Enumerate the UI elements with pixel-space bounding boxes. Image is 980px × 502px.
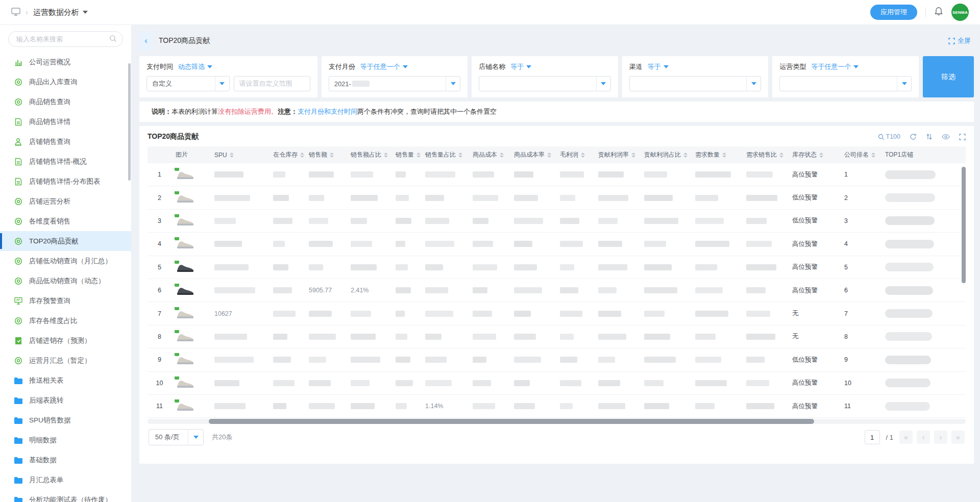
sidebar-item[interactable]: 商品销售查询	[0, 92, 131, 112]
sidebar-item[interactable]: 商品销售详情	[0, 112, 131, 132]
sidebar-item[interactable]: 商品出入库查询	[0, 72, 131, 92]
sort-arrows-icon[interactable]	[230, 153, 234, 158]
sort-arrows-icon[interactable]	[500, 153, 504, 158]
sidebar-item[interactable]: 店铺销售详情-分布图表	[0, 171, 131, 191]
sort-arrows-icon[interactable]	[581, 153, 585, 158]
sidebar-item[interactable]: TOP20商品贡献	[0, 231, 131, 251]
sort-icon[interactable]	[926, 133, 933, 140]
sidebar-item[interactable]: 店铺低动销查询（月汇总）	[0, 251, 131, 271]
sidebar-item[interactable]: 基础数据	[0, 450, 131, 470]
filter-operator[interactable]: 等于任意一个	[811, 62, 859, 71]
note-link-blue[interactable]: 支付月份和支付时间	[298, 108, 357, 115]
column-header[interactable]: 毛利润	[556, 146, 594, 163]
filter-select[interactable]: 2021-	[329, 76, 461, 91]
table-row[interactable]: 4 高位预警4	[148, 233, 966, 256]
sort-arrows-icon[interactable]	[416, 153, 421, 158]
column-header[interactable]: SPU	[210, 146, 269, 163]
refresh-icon[interactable]	[910, 133, 917, 140]
column-header[interactable]: 销售额	[305, 146, 347, 163]
sort-arrows-icon[interactable]	[722, 153, 726, 158]
column-header[interactable]: 销售额占比	[347, 146, 391, 163]
table-search-t100-button[interactable]: T100	[878, 133, 901, 140]
product-image[interactable]	[176, 191, 195, 205]
back-button[interactable]: ‹	[139, 32, 153, 50]
sidebar-item[interactable]: 推送相关表	[0, 370, 131, 390]
sidebar-item[interactable]: 库存各维度占比	[0, 311, 131, 331]
sidebar-item[interactable]: 店铺运营分析	[0, 191, 131, 211]
table-row[interactable]: 5 高位预警5	[148, 256, 966, 279]
table-row[interactable]: 2 低位预警2	[148, 186, 966, 209]
table-row[interactable]: 1 高位预警1	[148, 163, 966, 186]
filter-text-input[interactable]: 请设置自定义范围	[234, 76, 310, 91]
app-manage-button[interactable]: 应用管理	[870, 5, 917, 20]
page-size-select[interactable]: 50 条/页	[149, 429, 204, 445]
column-header[interactable]: 库存状态	[788, 146, 840, 163]
search-icon[interactable]	[109, 35, 117, 44]
last-page-button[interactable]: »	[951, 431, 965, 444]
sort-arrows-icon[interactable]	[779, 153, 783, 158]
table-row[interactable]: 9 低位预警9	[148, 348, 966, 371]
column-header[interactable]: 贡献利润率	[594, 146, 640, 163]
product-image[interactable]	[176, 376, 195, 390]
product-image[interactable]	[176, 330, 195, 343]
product-image[interactable]	[176, 168, 195, 181]
table-row[interactable]: 6 5905.772.41%高位预警6	[148, 279, 966, 302]
filter-operator[interactable]: 等于任意一个	[360, 62, 408, 71]
search-input[interactable]	[8, 31, 123, 47]
product-image[interactable]	[176, 237, 195, 250]
product-image[interactable]	[176, 261, 195, 274]
filter-select[interactable]: 自定义	[146, 76, 230, 91]
first-page-button[interactable]: «	[899, 431, 913, 444]
product-image[interactable]	[176, 284, 195, 297]
sort-arrows-icon[interactable]	[819, 153, 823, 158]
table-row[interactable]: 3 低位预警3	[148, 210, 966, 233]
vertical-scrollbar[interactable]	[962, 167, 966, 283]
bell-icon[interactable]	[934, 7, 943, 18]
product-image[interactable]	[176, 214, 195, 228]
avatar[interactable]: SENMA	[951, 4, 969, 21]
column-header[interactable]: 在仓库存	[269, 146, 305, 163]
sidebar-item[interactable]: 分析功能测试表（待作废）	[0, 490, 131, 502]
column-header[interactable]: 需求销售比	[742, 146, 788, 163]
sort-arrows-icon[interactable]	[631, 153, 635, 158]
sidebar-item[interactable]: 商品低动销查询（动态）	[0, 271, 131, 291]
sort-arrows-icon[interactable]	[300, 153, 304, 158]
product-image[interactable]	[176, 307, 195, 320]
filter-select[interactable]	[779, 76, 912, 91]
table-row[interactable]: 10 高位预警10	[148, 372, 966, 395]
prev-page-button[interactable]: ‹	[917, 431, 930, 444]
sort-arrows-icon[interactable]	[330, 153, 334, 158]
app-switcher[interactable]: 运营数据分析	[33, 8, 88, 17]
column-header[interactable]: 公司排名	[840, 146, 881, 163]
filter-operator[interactable]: 等于	[648, 62, 669, 71]
sidebar-item[interactable]: 店铺进销存（预测）	[0, 331, 131, 350]
column-header[interactable]: 商品成本率	[510, 146, 556, 163]
product-image[interactable]	[176, 399, 195, 413]
horizontal-scrollbar[interactable]	[209, 419, 814, 424]
sidebar-item[interactable]: 店铺销售查询	[0, 132, 131, 152]
sidebar-item[interactable]: 运营月汇总（暂定）	[0, 350, 131, 370]
filter-select[interactable]	[479, 76, 611, 91]
sort-arrows-icon[interactable]	[683, 153, 688, 158]
sidebar-item[interactable]: 库存预警查询	[0, 291, 131, 311]
monitor-icon[interactable]	[11, 8, 20, 17]
sidebar-scrollbar[interactable]	[128, 63, 131, 181]
table-fullscreen-icon[interactable]	[959, 134, 966, 140]
column-header[interactable]: 贡献利润占比	[640, 146, 691, 163]
sidebar-item[interactable]: 后端表跳转	[0, 390, 131, 410]
filter-operator[interactable]: 动态筛选	[178, 62, 212, 71]
sidebar-item[interactable]: 公司运营概况	[0, 52, 131, 72]
column-header[interactable]: 商品成本	[469, 146, 510, 163]
column-header[interactable]: 销售量	[391, 146, 421, 163]
sidebar-item[interactable]: SPU销售数据	[0, 410, 131, 430]
column-header[interactable]: 需求数量	[691, 146, 742, 163]
sidebar-item[interactable]: 明细数据	[0, 430, 131, 450]
next-page-button[interactable]: ›	[934, 431, 947, 444]
table-row[interactable]: 8 无8	[148, 325, 966, 348]
filter-select[interactable]	[629, 76, 762, 91]
sort-arrows-icon[interactable]	[384, 153, 388, 158]
column-header[interactable]: 销售量占比	[421, 146, 469, 163]
filter-operator[interactable]: 等于	[510, 62, 531, 71]
sidebar-item[interactable]: 各维度看销售	[0, 211, 131, 231]
sort-arrows-icon[interactable]	[458, 153, 462, 158]
